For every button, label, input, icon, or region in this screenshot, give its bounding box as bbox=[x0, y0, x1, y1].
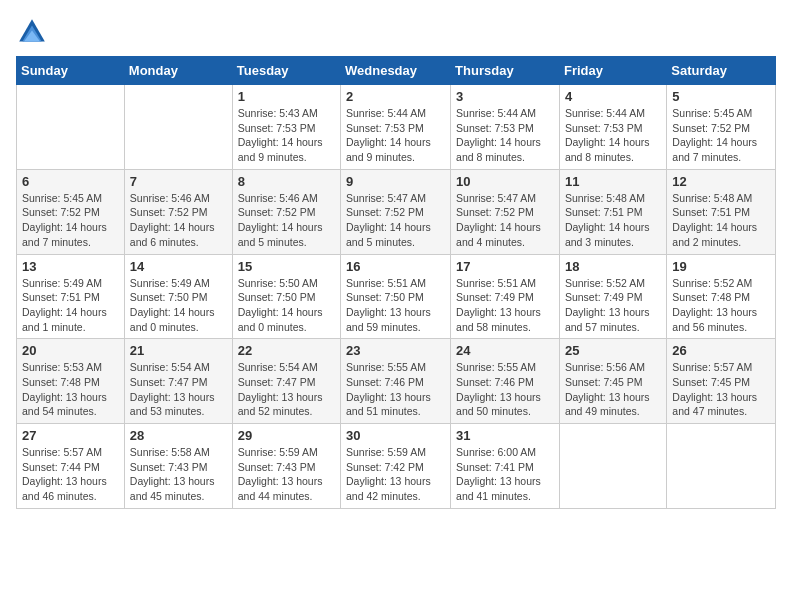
day-number: 22 bbox=[238, 343, 335, 358]
calendar-table: Sunday Monday Tuesday Wednesday Thursday… bbox=[16, 56, 776, 509]
day-cell: 22Sunrise: 5:54 AMSunset: 7:47 PMDayligh… bbox=[232, 339, 340, 424]
day-number: 23 bbox=[346, 343, 445, 358]
day-number: 7 bbox=[130, 174, 227, 189]
day-info: Sunrise: 5:51 AMSunset: 7:50 PMDaylight:… bbox=[346, 276, 445, 335]
header-saturday: Saturday bbox=[667, 57, 776, 85]
day-info: Sunrise: 5:48 AMSunset: 7:51 PMDaylight:… bbox=[565, 191, 661, 250]
day-number: 10 bbox=[456, 174, 554, 189]
calendar-body: 1Sunrise: 5:43 AMSunset: 7:53 PMDaylight… bbox=[17, 85, 776, 509]
day-number: 29 bbox=[238, 428, 335, 443]
day-info: Sunrise: 5:52 AMSunset: 7:48 PMDaylight:… bbox=[672, 276, 770, 335]
day-info: Sunrise: 5:59 AMSunset: 7:43 PMDaylight:… bbox=[238, 445, 335, 504]
day-cell bbox=[559, 424, 666, 509]
day-info: Sunrise: 5:54 AMSunset: 7:47 PMDaylight:… bbox=[130, 360, 227, 419]
day-cell: 20Sunrise: 5:53 AMSunset: 7:48 PMDayligh… bbox=[17, 339, 125, 424]
day-number: 18 bbox=[565, 259, 661, 274]
day-number: 17 bbox=[456, 259, 554, 274]
day-cell: 31Sunrise: 6:00 AMSunset: 7:41 PMDayligh… bbox=[451, 424, 560, 509]
day-cell: 17Sunrise: 5:51 AMSunset: 7:49 PMDayligh… bbox=[451, 254, 560, 339]
day-info: Sunrise: 5:50 AMSunset: 7:50 PMDaylight:… bbox=[238, 276, 335, 335]
day-cell: 4Sunrise: 5:44 AMSunset: 7:53 PMDaylight… bbox=[559, 85, 666, 170]
header-sunday: Sunday bbox=[17, 57, 125, 85]
day-info: Sunrise: 5:46 AMSunset: 7:52 PMDaylight:… bbox=[238, 191, 335, 250]
day-cell bbox=[667, 424, 776, 509]
day-info: Sunrise: 5:49 AMSunset: 7:50 PMDaylight:… bbox=[130, 276, 227, 335]
day-info: Sunrise: 5:56 AMSunset: 7:45 PMDaylight:… bbox=[565, 360, 661, 419]
day-cell: 14Sunrise: 5:49 AMSunset: 7:50 PMDayligh… bbox=[124, 254, 232, 339]
day-number: 13 bbox=[22, 259, 119, 274]
day-number: 19 bbox=[672, 259, 770, 274]
day-info: Sunrise: 5:43 AMSunset: 7:53 PMDaylight:… bbox=[238, 106, 335, 165]
week-row-5: 27Sunrise: 5:57 AMSunset: 7:44 PMDayligh… bbox=[17, 424, 776, 509]
day-info: Sunrise: 5:55 AMSunset: 7:46 PMDaylight:… bbox=[346, 360, 445, 419]
header-wednesday: Wednesday bbox=[341, 57, 451, 85]
day-number: 25 bbox=[565, 343, 661, 358]
day-number: 15 bbox=[238, 259, 335, 274]
day-info: Sunrise: 5:47 AMSunset: 7:52 PMDaylight:… bbox=[456, 191, 554, 250]
day-number: 9 bbox=[346, 174, 445, 189]
day-cell: 7Sunrise: 5:46 AMSunset: 7:52 PMDaylight… bbox=[124, 169, 232, 254]
day-cell: 16Sunrise: 5:51 AMSunset: 7:50 PMDayligh… bbox=[341, 254, 451, 339]
header-monday: Monday bbox=[124, 57, 232, 85]
day-cell: 26Sunrise: 5:57 AMSunset: 7:45 PMDayligh… bbox=[667, 339, 776, 424]
day-number: 3 bbox=[456, 89, 554, 104]
day-info: Sunrise: 5:54 AMSunset: 7:47 PMDaylight:… bbox=[238, 360, 335, 419]
day-cell: 11Sunrise: 5:48 AMSunset: 7:51 PMDayligh… bbox=[559, 169, 666, 254]
day-info: Sunrise: 5:48 AMSunset: 7:51 PMDaylight:… bbox=[672, 191, 770, 250]
day-number: 1 bbox=[238, 89, 335, 104]
day-cell: 1Sunrise: 5:43 AMSunset: 7:53 PMDaylight… bbox=[232, 85, 340, 170]
day-cell: 23Sunrise: 5:55 AMSunset: 7:46 PMDayligh… bbox=[341, 339, 451, 424]
week-row-4: 20Sunrise: 5:53 AMSunset: 7:48 PMDayligh… bbox=[17, 339, 776, 424]
day-info: Sunrise: 5:45 AMSunset: 7:52 PMDaylight:… bbox=[672, 106, 770, 165]
day-info: Sunrise: 5:44 AMSunset: 7:53 PMDaylight:… bbox=[456, 106, 554, 165]
day-info: Sunrise: 5:44 AMSunset: 7:53 PMDaylight:… bbox=[565, 106, 661, 165]
day-info: Sunrise: 5:58 AMSunset: 7:43 PMDaylight:… bbox=[130, 445, 227, 504]
day-info: Sunrise: 5:51 AMSunset: 7:49 PMDaylight:… bbox=[456, 276, 554, 335]
day-cell: 27Sunrise: 5:57 AMSunset: 7:44 PMDayligh… bbox=[17, 424, 125, 509]
day-info: Sunrise: 5:57 AMSunset: 7:44 PMDaylight:… bbox=[22, 445, 119, 504]
day-number: 4 bbox=[565, 89, 661, 104]
day-cell: 3Sunrise: 5:44 AMSunset: 7:53 PMDaylight… bbox=[451, 85, 560, 170]
day-cell: 12Sunrise: 5:48 AMSunset: 7:51 PMDayligh… bbox=[667, 169, 776, 254]
day-cell: 10Sunrise: 5:47 AMSunset: 7:52 PMDayligh… bbox=[451, 169, 560, 254]
day-number: 20 bbox=[22, 343, 119, 358]
day-cell: 30Sunrise: 5:59 AMSunset: 7:42 PMDayligh… bbox=[341, 424, 451, 509]
day-info: Sunrise: 5:44 AMSunset: 7:53 PMDaylight:… bbox=[346, 106, 445, 165]
day-info: Sunrise: 5:52 AMSunset: 7:49 PMDaylight:… bbox=[565, 276, 661, 335]
day-number: 27 bbox=[22, 428, 119, 443]
day-number: 26 bbox=[672, 343, 770, 358]
day-cell: 29Sunrise: 5:59 AMSunset: 7:43 PMDayligh… bbox=[232, 424, 340, 509]
logo bbox=[16, 16, 52, 48]
day-cell: 9Sunrise: 5:47 AMSunset: 7:52 PMDaylight… bbox=[341, 169, 451, 254]
day-info: Sunrise: 5:59 AMSunset: 7:42 PMDaylight:… bbox=[346, 445, 445, 504]
day-number: 2 bbox=[346, 89, 445, 104]
logo-icon bbox=[16, 16, 48, 48]
day-number: 14 bbox=[130, 259, 227, 274]
day-cell: 6Sunrise: 5:45 AMSunset: 7:52 PMDaylight… bbox=[17, 169, 125, 254]
page-header bbox=[16, 16, 776, 48]
day-cell bbox=[17, 85, 125, 170]
day-number: 5 bbox=[672, 89, 770, 104]
header-row: Sunday Monday Tuesday Wednesday Thursday… bbox=[17, 57, 776, 85]
header-friday: Friday bbox=[559, 57, 666, 85]
header-tuesday: Tuesday bbox=[232, 57, 340, 85]
day-number: 31 bbox=[456, 428, 554, 443]
day-number: 12 bbox=[672, 174, 770, 189]
day-cell bbox=[124, 85, 232, 170]
day-cell: 24Sunrise: 5:55 AMSunset: 7:46 PMDayligh… bbox=[451, 339, 560, 424]
day-cell: 19Sunrise: 5:52 AMSunset: 7:48 PMDayligh… bbox=[667, 254, 776, 339]
day-cell: 8Sunrise: 5:46 AMSunset: 7:52 PMDaylight… bbox=[232, 169, 340, 254]
day-number: 11 bbox=[565, 174, 661, 189]
day-info: Sunrise: 5:55 AMSunset: 7:46 PMDaylight:… bbox=[456, 360, 554, 419]
day-number: 24 bbox=[456, 343, 554, 358]
day-number: 8 bbox=[238, 174, 335, 189]
day-info: Sunrise: 5:57 AMSunset: 7:45 PMDaylight:… bbox=[672, 360, 770, 419]
day-cell: 5Sunrise: 5:45 AMSunset: 7:52 PMDaylight… bbox=[667, 85, 776, 170]
day-info: Sunrise: 5:46 AMSunset: 7:52 PMDaylight:… bbox=[130, 191, 227, 250]
day-number: 28 bbox=[130, 428, 227, 443]
day-info: Sunrise: 6:00 AMSunset: 7:41 PMDaylight:… bbox=[456, 445, 554, 504]
week-row-1: 1Sunrise: 5:43 AMSunset: 7:53 PMDaylight… bbox=[17, 85, 776, 170]
day-cell: 2Sunrise: 5:44 AMSunset: 7:53 PMDaylight… bbox=[341, 85, 451, 170]
day-info: Sunrise: 5:53 AMSunset: 7:48 PMDaylight:… bbox=[22, 360, 119, 419]
day-cell: 25Sunrise: 5:56 AMSunset: 7:45 PMDayligh… bbox=[559, 339, 666, 424]
